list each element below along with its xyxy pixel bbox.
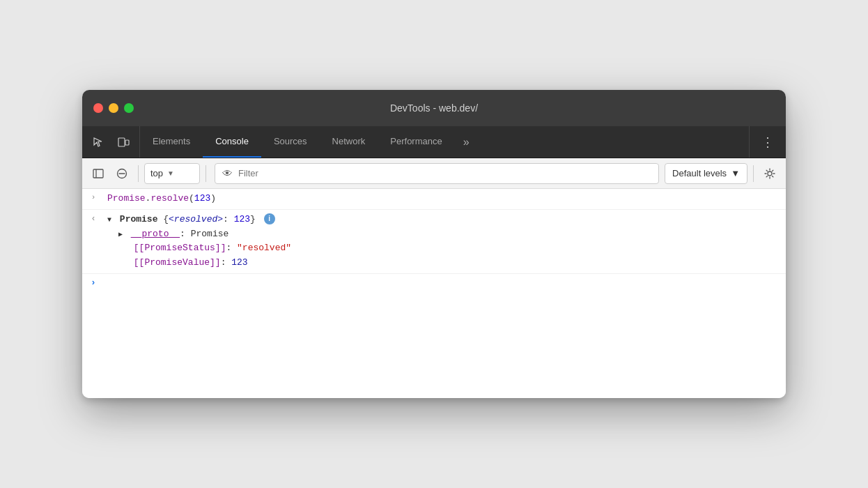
title-bar: DevTools - web.dev/ xyxy=(82,90,786,126)
promise-resolve-text: Promise xyxy=(107,193,146,204)
devtools-window: DevTools - web.dev/ Elements Console xyxy=(82,90,786,398)
promise-value-row: [[PromiseValue]]: 123 xyxy=(82,256,780,270)
filter-wrapper: 👁 xyxy=(215,163,659,184)
window-title: DevTools - web.dev/ xyxy=(390,102,478,114)
console-entry-input: › Promise.resolve(123) xyxy=(82,189,786,210)
promise-value-label: [[PromiseValue]] xyxy=(134,257,221,268)
maximize-button[interactable] xyxy=(124,103,134,113)
tabs: Elements Console Sources Network Perform… xyxy=(140,126,749,158)
promise-status-row: [[PromiseStatus]]: "resolved" xyxy=(82,241,780,256)
close-button[interactable] xyxy=(93,103,103,113)
minimize-button[interactable] xyxy=(109,103,118,113)
toolbar: top ▼ 👁 Default levels ▼ xyxy=(82,158,786,189)
console-input[interactable] xyxy=(104,277,780,289)
device-toolbar-icon[interactable] xyxy=(113,132,134,153)
proto-row: ▶ __proto__: Promise xyxy=(82,227,780,242)
tab-bar-end: ⋮ xyxy=(749,126,786,158)
entry-content-2: ▼ Promise {<resolved>: 123} i xyxy=(104,213,780,227)
promise-status-label: [[PromiseStatus]] xyxy=(134,243,226,253)
toolbar-divider-3 xyxy=(753,165,754,182)
toolbar-divider-1 xyxy=(138,165,139,182)
sidebar-toggle-button[interactable] xyxy=(88,163,109,184)
tab-sources[interactable]: Sources xyxy=(261,126,320,158)
more-tabs-button[interactable]: » xyxy=(455,126,478,158)
tab-bar-icons xyxy=(82,126,140,158)
tab-performance[interactable]: Performance xyxy=(378,126,454,158)
promise-value-number: 123 xyxy=(231,257,247,268)
console-entry-promise: ‹ ▼ Promise {<resolved>: 123} i ▶ __prot… xyxy=(82,210,786,274)
info-badge[interactable]: i xyxy=(264,213,275,224)
console-area: › Promise.resolve(123) ‹ ▼ Promise {<res… xyxy=(82,189,786,398)
svg-rect-1 xyxy=(125,140,129,145)
filter-input[interactable] xyxy=(238,168,651,178)
context-dropdown-arrow: ▼ xyxy=(167,169,174,177)
settings-button[interactable] xyxy=(759,163,780,184)
proto-label[interactable]: __proto__ xyxy=(131,229,180,239)
traffic-lights xyxy=(93,103,134,113)
entry-content-1: Promise.resolve(123) xyxy=(104,192,780,206)
input-arrow: › xyxy=(82,192,104,201)
promise-status-value: "resolved" xyxy=(237,243,291,253)
tab-elements[interactable]: Elements xyxy=(140,126,203,158)
svg-point-6 xyxy=(768,171,772,176)
tab-network[interactable]: Network xyxy=(320,126,378,158)
console-input-line[interactable]: › xyxy=(82,274,786,292)
toolbar-divider-2 xyxy=(206,165,206,182)
tab-bar: Elements Console Sources Network Perform… xyxy=(82,126,786,158)
inspect-icon[interactable] xyxy=(88,132,109,153)
eye-icon[interactable]: 👁 xyxy=(222,167,233,179)
svg-rect-2 xyxy=(93,169,103,178)
cursor-arrow: › xyxy=(82,277,104,288)
collapse-arrow[interactable]: ▼ xyxy=(107,216,111,224)
proto-expand-arrow[interactable]: ▶ xyxy=(118,231,123,238)
context-selector[interactable]: top ▼ xyxy=(144,163,200,184)
svg-rect-0 xyxy=(118,138,125,146)
levels-dropdown-arrow: ▼ xyxy=(731,168,740,178)
output-arrow: ‹ xyxy=(82,213,104,224)
tab-console[interactable]: Console xyxy=(203,126,261,158)
more-options-button[interactable]: ⋮ xyxy=(758,132,777,152)
default-levels-button[interactable]: Default levels ▼ xyxy=(665,163,747,184)
clear-console-button[interactable] xyxy=(111,163,132,184)
